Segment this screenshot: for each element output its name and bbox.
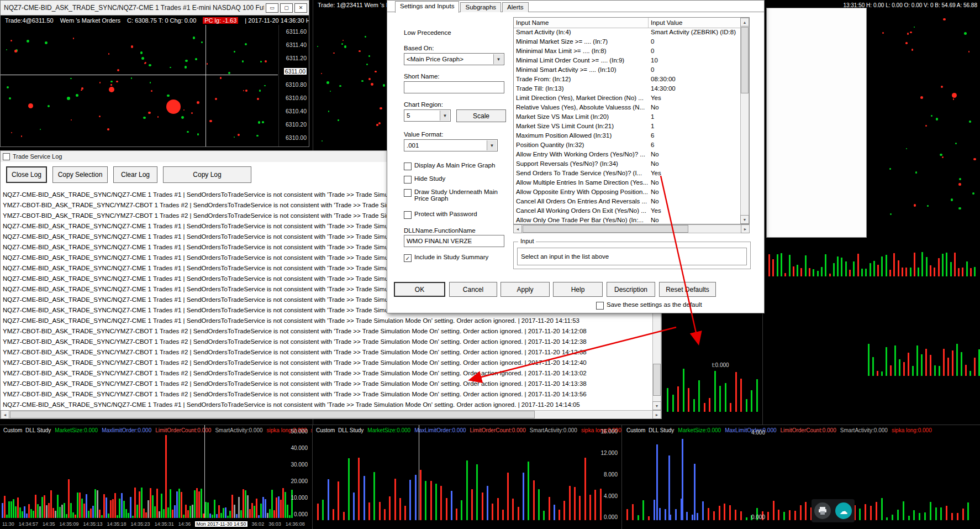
chevron-down-icon[interactable]: ▼ — [440, 111, 450, 121]
scroll-right-icon[interactable]: ► — [652, 410, 661, 419]
price-axis: 6311.606311.406311.206311.006310.806310.… — [278, 25, 309, 146]
scroll-down-icon[interactable]: ▼ — [652, 401, 661, 410]
scroll-left-icon[interactable]: ◄ — [1, 410, 9, 419]
column-input-value[interactable]: Input Value — [649, 18, 749, 28]
short-name-input[interactable] — [404, 81, 504, 93]
scroll-down-icon[interactable]: ▼ — [740, 215, 749, 224]
table-row[interactable]: Support Reversals (Yes/No)? (In:34)No — [514, 159, 740, 169]
histogram-bar — [974, 358, 976, 376]
table-row[interactable]: Allow Opposite Entry With Opposing Posit… — [514, 187, 740, 197]
log-hscroll-thumb[interactable] — [10, 411, 535, 418]
print-button[interactable] — [814, 502, 831, 519]
chart-dot — [110, 84, 112, 86]
chart-dot — [143, 117, 145, 119]
close-button[interactable]: ✕ — [294, 3, 307, 13]
input-name-cell: Trade From: (In:12) — [514, 75, 649, 84]
chart-region-select[interactable]: 5 ▼ — [404, 109, 451, 122]
log-button-copy-log[interactable]: Copy Log — [163, 166, 251, 183]
value-format-select[interactable]: .001 ▼ — [404, 139, 498, 151]
log-button-clear-log[interactable]: Clear Log — [113, 166, 157, 183]
scroll-up-icon[interactable]: ▲ — [740, 18, 749, 27]
checkbox-hide-study[interactable]: Hide Study — [404, 175, 445, 184]
table-row[interactable]: Position Quantity (In:32)6 — [514, 140, 740, 150]
include-in-study-summary-checkbox[interactable]: ✓ Include in Study Summary — [404, 254, 488, 262]
table-row[interactable]: Minimal Market Size >= .... (In:7)0 — [514, 37, 740, 46]
table-row[interactable]: Relative Values (Yes), Absolute Valuesss… — [514, 103, 740, 112]
log-line[interactable]: NQZ7-CME-BID_ASK_TRADE_SYNC/NQZ7-CME 1 T… — [3, 316, 652, 326]
window1-titlebar[interactable]: NQZ7-CME-BID_ASK_TRADE_SYNC/NQZ7-CME 1 T… — [1, 1, 309, 15]
chart-window-1: NQZ7-CME-BID_ASK_TRADE_SYNC/NQZ7-CME 1 T… — [0, 0, 309, 147]
log-button-close-log[interactable]: Close Log — [6, 166, 47, 183]
table-row[interactable]: Trade From: (In:12)08:30:00 — [514, 75, 740, 84]
based-on-select[interactable]: <Main Price Graph> ▼ — [404, 53, 504, 65]
table-row[interactable]: Cancel All Orders On Entries And Reversa… — [514, 197, 740, 206]
description-button[interactable]: Description — [607, 282, 655, 297]
tab-settings-and-inputs[interactable]: Settings and Inputs — [395, 1, 459, 13]
dll-function-input[interactable]: WMO FINALNI VERZE — [404, 235, 504, 247]
log-button-copy-selection[interactable]: Copy Selection — [52, 166, 108, 183]
dll-function-value: WMO FINALNI VERZE — [407, 238, 472, 244]
table-row[interactable]: Mininimal Max Limit >= .... (In:8)0 — [514, 46, 740, 56]
inputs-table-header: Input Name Input Value — [514, 18, 749, 28]
log-line[interactable]: YMZ7-CBOT-BID_ASK_TRADE_SYNC/YMZ7-CBOT 1… — [3, 358, 652, 368]
reset-defaults-button[interactable]: Reset Defaults — [659, 282, 716, 297]
table-row[interactable]: Send Orders To Trade Service (Yes/No)? (… — [514, 169, 740, 178]
table-row[interactable]: Minimal Smart Activity >= .... (In:10)0 — [514, 65, 740, 75]
table-row[interactable]: Maximum Position Allowed (In:31)6 — [514, 131, 740, 140]
chart-dot — [260, 61, 262, 62]
chart-dot — [245, 90, 247, 92]
table-row[interactable]: Cancel All Working Orders On Exit (Yes/N… — [514, 206, 740, 216]
save-default-checkbox[interactable]: Save these settings as the default — [596, 301, 702, 310]
checkbox-display-as-main-price-graph[interactable]: Display As Main Price Graph — [404, 162, 495, 170]
table-row[interactable]: Allow Entry With Working Orders (Yes/No)… — [514, 150, 740, 159]
table-row[interactable]: Smart Activity (In:4)Smart Activity (ZEB… — [514, 28, 740, 37]
log-vscroll-thumb[interactable] — [653, 364, 661, 396]
maximize-button[interactable]: ▢ — [280, 3, 293, 13]
table-row[interactable]: Market Size VS Limit Count (In:21)1 — [514, 122, 740, 131]
tab-subgraphs[interactable]: Subgraphs — [460, 2, 501, 12]
ok-button[interactable]: OK — [394, 282, 445, 297]
inputs-table-body[interactable]: Smart Activity (In:4)Smart Activity (ZEB… — [514, 28, 740, 224]
log-line[interactable]: YMZ7-CBOT-BID_ASK_TRADE_SYNC/YMZ7-CBOT 1… — [3, 347, 652, 358]
value-axis-label: 50.000 — [291, 428, 308, 434]
crosshair-vline — [206, 25, 206, 146]
window1-chart-area[interactable]: 6311.606311.406311.206311.006310.806310.… — [1, 25, 309, 146]
value-axis-label: 10.000 — [291, 495, 308, 501]
chart-dot — [167, 95, 169, 97]
table-row[interactable]: Allow Only One Trade Per Bar (Yes/No) (I… — [514, 216, 740, 224]
checkbox-draw-study-underneath-main-price-graph[interactable]: Draw Study Underneath Main Price Graph — [404, 188, 503, 202]
table-row[interactable]: Trade Till: (In:13)14:30:00 — [514, 84, 740, 93]
table-vscroll-thumb[interactable] — [741, 27, 749, 93]
log-line[interactable]: YMZ7-CBOT-BID_ASK_TRADE_SYNC/YMZ7-CBOT 1… — [3, 379, 652, 389]
chart-region-label: Chart Region: — [404, 101, 443, 108]
chart-dot — [185, 66, 187, 68]
checkbox-unchecked-icon — [404, 189, 412, 197]
checkbox-protect-with-password[interactable]: Protect with Password — [404, 211, 477, 219]
chevron-down-icon[interactable]: ▼ — [487, 140, 497, 150]
minimize-button[interactable]: ▭ — [266, 3, 278, 13]
chevron-down-icon[interactable]: ▼ — [493, 54, 503, 64]
table-row[interactable]: Market Size VS Max Limit (In:20)1 — [514, 112, 740, 122]
log-line[interactable]: YMZ7-CBOT-BID_ASK_TRADE_SYNC/YMZ7-CBOT 1… — [3, 368, 652, 379]
include-summary-label: Include in Study Summary — [414, 254, 488, 260]
tab-alerts[interactable]: Alerts — [502, 2, 528, 12]
column-input-name[interactable]: Input Name — [514, 18, 649, 28]
cloud-upload-button[interactable]: ☁ — [835, 502, 852, 519]
log-line[interactable]: YMZ7-CBOT-BID_ASK_TRADE_SYNC/YMZ7-CBOT 1… — [3, 389, 652, 400]
log-line[interactable]: NQZ7-CME-BID_ASK_TRADE_SYNC/NQZ7-CME 1 T… — [3, 400, 652, 410]
cancel-button[interactable]: Cancel — [449, 282, 497, 297]
scroll-left-icon[interactable]: ◄ — [513, 224, 522, 233]
table-row[interactable]: Limit Direction (Yes), Market Direction … — [514, 93, 740, 103]
scale-button[interactable]: Scale — [456, 109, 506, 122]
scroll-right-icon[interactable]: ► — [741, 224, 750, 233]
input-name-cell: Minimal Limit Order Count >= .... (In:9) — [514, 56, 649, 65]
log-line[interactable]: YMZ7-CBOT-BID_ASK_TRADE_SYNC/YMZ7-CBOT 1… — [3, 326, 652, 337]
table-row[interactable]: Allow Multiple Entries In Same Direction… — [514, 178, 740, 187]
table-hscroll-thumb[interactable] — [523, 225, 688, 233]
histogram-bar — [683, 369, 684, 412]
log-line[interactable]: YMZ7-CBOT-BID_ASK_TRADE_SYNC/YMZ7-CBOT 1… — [3, 337, 652, 347]
table-row[interactable]: Minimal Limit Order Count >= .... (In:9)… — [514, 56, 740, 65]
input-name-cell: Limit Direction (Yes), Market Direction … — [514, 93, 649, 103]
apply-button[interactable]: Apply — [500, 282, 550, 297]
help-button[interactable]: Help — [553, 282, 603, 297]
